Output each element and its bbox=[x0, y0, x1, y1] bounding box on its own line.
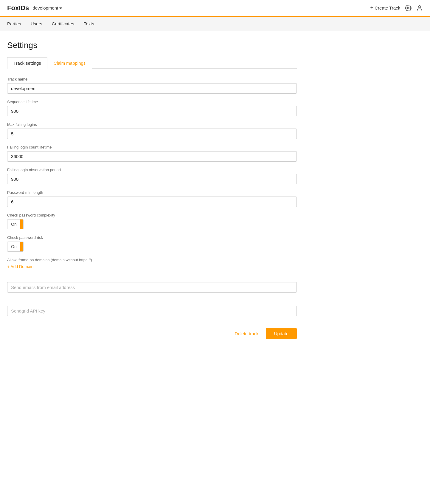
user-icon[interactable] bbox=[416, 5, 423, 11]
check-password-risk-label: Check password risk bbox=[7, 235, 297, 240]
section-spacer-1 bbox=[7, 275, 297, 282]
check-password-risk-toggle-container: On bbox=[7, 242, 297, 252]
send-emails-input[interactable] bbox=[7, 282, 297, 293]
check-password-complexity-toggle[interactable]: On bbox=[7, 219, 24, 229]
section-spacer-2 bbox=[7, 299, 297, 306]
plus-icon: + bbox=[370, 5, 374, 11]
brand-logo[interactable]: FoxIDs bbox=[7, 4, 29, 12]
env-name: development bbox=[32, 5, 58, 10]
main-content: Settings Track settings Claim mappings T… bbox=[0, 31, 304, 361]
failing-login-count-lifetime-input[interactable] bbox=[7, 151, 297, 162]
password-min-length-label: Password min length bbox=[7, 190, 297, 195]
bottom-actions: Delete track Update bbox=[7, 328, 297, 351]
svg-point-1 bbox=[418, 5, 420, 7]
check-password-complexity-group: Check password complexity On bbox=[7, 213, 297, 229]
tab-track-settings[interactable]: Track settings bbox=[7, 57, 47, 69]
sidebar-item-texts[interactable]: Texts bbox=[84, 21, 94, 26]
create-track-label: Create Track bbox=[375, 5, 400, 10]
sidebar-item-parties[interactable]: Parties bbox=[7, 21, 21, 26]
check-password-risk-toggle-label: On bbox=[7, 242, 20, 251]
check-password-complexity-toggle-label: On bbox=[7, 219, 20, 229]
sidebar-item-certificates[interactable]: Certificates bbox=[52, 21, 74, 26]
add-domain-link[interactable]: + Add Domain bbox=[7, 264, 33, 269]
password-min-length-input[interactable] bbox=[7, 197, 297, 207]
toggle-indicator-complexity bbox=[20, 219, 23, 229]
top-nav-left: FoxIDs development bbox=[7, 4, 62, 12]
sendgrid-api-input[interactable] bbox=[7, 306, 297, 316]
sequence-lifetime-input[interactable] bbox=[7, 106, 297, 116]
failing-login-observation-period-group: Failing login observation period bbox=[7, 168, 297, 184]
delete-track-button[interactable]: Delete track bbox=[235, 331, 259, 336]
sendgrid-api-group bbox=[7, 306, 297, 316]
tab-claim-mappings[interactable]: Claim mappings bbox=[47, 57, 92, 69]
failing-login-observation-period-input[interactable] bbox=[7, 174, 297, 184]
page-title: Settings bbox=[7, 41, 297, 50]
toggle-indicator-risk bbox=[20, 242, 23, 251]
allow-iframe-group: Allow Iframe on domains (domain without … bbox=[7, 258, 297, 269]
send-emails-group bbox=[7, 282, 297, 293]
max-failing-logins-group: Max failing logins bbox=[7, 122, 297, 139]
sequence-lifetime-group: Sequence lifetime bbox=[7, 100, 297, 116]
password-min-length-group: Password min length bbox=[7, 190, 297, 207]
check-password-risk-group: Check password risk On bbox=[7, 235, 297, 252]
chevron-down-icon bbox=[59, 7, 62, 9]
check-password-risk-toggle[interactable]: On bbox=[7, 242, 24, 252]
env-dropdown[interactable]: development bbox=[32, 5, 62, 10]
max-failing-logins-label: Max failing logins bbox=[7, 122, 297, 127]
update-button[interactable]: Update bbox=[266, 328, 297, 339]
svg-point-0 bbox=[407, 7, 409, 9]
gear-icon[interactable] bbox=[405, 5, 412, 11]
check-password-complexity-label: Check password complexity bbox=[7, 213, 297, 217]
track-name-input[interactable] bbox=[7, 83, 297, 94]
failing-login-count-lifetime-group: Failing login count lifetime bbox=[7, 145, 297, 162]
max-failing-logins-input[interactable] bbox=[7, 129, 297, 139]
allow-iframe-label: Allow Iframe on domains (domain without … bbox=[7, 258, 297, 262]
sidebar-item-users[interactable]: Users bbox=[31, 21, 42, 26]
failing-login-count-lifetime-label: Failing login count lifetime bbox=[7, 145, 297, 149]
top-nav-right: + Create Track bbox=[370, 5, 423, 11]
secondary-nav: Parties Users Certificates Texts bbox=[0, 17, 430, 31]
sequence-lifetime-label: Sequence lifetime bbox=[7, 100, 297, 104]
top-nav: FoxIDs development + Create Track bbox=[0, 0, 430, 17]
failing-login-observation-period-label: Failing login observation period bbox=[7, 168, 297, 172]
check-password-complexity-toggle-container: On bbox=[7, 219, 297, 229]
track-name-group: Track name bbox=[7, 77, 297, 94]
track-name-label: Track name bbox=[7, 77, 297, 81]
tabs-container: Track settings Claim mappings bbox=[7, 57, 297, 69]
create-track-button[interactable]: + Create Track bbox=[370, 5, 400, 11]
